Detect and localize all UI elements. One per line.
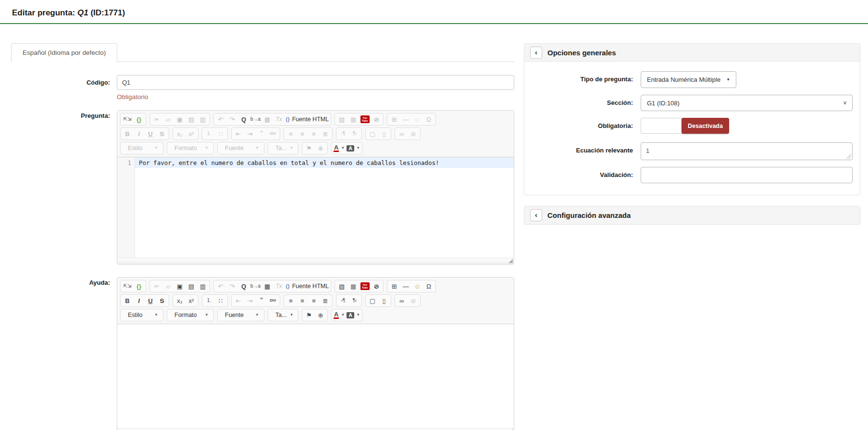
numbered-list-icon[interactable]: 1. [203, 295, 215, 306]
special-char-icon[interactable]: Ω [423, 114, 434, 125]
mandatory-toggle-empty-segment[interactable] [641, 118, 683, 134]
mandatory-toggle-off-button[interactable]: Desactivada [682, 118, 729, 134]
div-container-icon[interactable]: DIV [267, 128, 279, 139]
validation-input[interactable] [641, 167, 853, 183]
align-right-icon[interactable]: ≡ [308, 128, 320, 139]
relevance-equation-input[interactable]: 1 [641, 142, 853, 160]
paste-icon[interactable]: ▣ [174, 281, 186, 291]
resize-grip-icon[interactable] [508, 259, 513, 263]
style-combo[interactable]: Estilo▼ [122, 310, 162, 320]
table-icon[interactable]: ⊞ [388, 281, 400, 291]
redo-icon[interactable]: ↷ [226, 281, 238, 291]
paste-from-word-icon[interactable]: ▥ [197, 281, 209, 291]
background-color-icon[interactable]: A▼ [346, 143, 361, 153]
youtube-icon[interactable]: You Tube [359, 281, 371, 291]
numbered-list-icon[interactable]: 1. [203, 128, 215, 139]
underline-icon[interactable]: U [145, 295, 156, 306]
align-left-icon[interactable]: ≡ [285, 295, 297, 306]
format-combo[interactable]: Formato▼ [168, 143, 212, 153]
limesurvey-placeholder-icon[interactable]: {} [133, 114, 145, 125]
image-icon[interactable]: ▧ [336, 281, 347, 291]
text-direction-ltr-icon[interactable]: ›¶ [337, 128, 349, 139]
size-combo[interactable]: Ta...▼ [269, 310, 297, 320]
mandatory-toggle[interactable]: Desactivada [641, 118, 729, 134]
blockquote-icon[interactable]: ” [256, 295, 267, 306]
cut-icon[interactable]: ✂ [151, 281, 162, 291]
cut-icon[interactable]: ✂ [151, 114, 162, 125]
horizontal-rule-icon[interactable]: ― [400, 114, 411, 125]
source-button[interactable]: ⟨⟩Fuente HTML [285, 114, 330, 125]
select-all-icon[interactable]: ▦ [261, 114, 273, 125]
strikethrough-icon[interactable]: S [156, 128, 168, 139]
paste-icon[interactable]: ▣ [174, 114, 186, 125]
text-color-icon[interactable]: A▼ [333, 143, 346, 153]
remove-format-icon[interactable]: Tx [273, 114, 285, 125]
special-char-icon[interactable]: Ω [423, 281, 434, 291]
horizontal-rule-icon[interactable]: ― [400, 281, 411, 291]
paste-as-text-icon[interactable]: ▤ [186, 114, 197, 125]
globe-icon[interactable]: ⊕ [315, 143, 326, 153]
smiley-icon[interactable]: ☺ [411, 281, 423, 291]
background-color-icon[interactable]: A▼ [346, 310, 361, 320]
strikethrough-icon[interactable]: S [156, 295, 168, 306]
align-justify-icon[interactable]: ≣ [320, 295, 331, 306]
collapse-chevron-icon[interactable]: ‹ [530, 47, 542, 59]
page-break-icon[interactable]: ▯ [378, 128, 390, 139]
general-options-header[interactable]: ‹ Opciones generales [524, 44, 860, 62]
flash-icon[interactable]: ⊘ [371, 114, 382, 125]
pregunta-source-area[interactable]: 1 Por favor, entre el numero de caballos… [117, 157, 514, 258]
question-type-dropdown[interactable]: Entrada Numérica Múltiple ▼ [641, 71, 736, 88]
unlink-icon[interactable]: ⊘ [408, 295, 419, 306]
underline-icon[interactable]: U [145, 128, 156, 139]
blockquote-icon[interactable]: ” [256, 128, 267, 139]
text-direction-ltr-icon[interactable]: ›¶ [337, 295, 349, 306]
align-center-icon[interactable]: ≡ [297, 295, 308, 306]
align-right-icon[interactable]: ≡ [308, 295, 320, 306]
source-button[interactable]: ⟨⟩Fuente HTML [285, 281, 330, 291]
undo-icon[interactable]: ↶ [215, 281, 226, 291]
paste-as-text-icon[interactable]: ▤ [186, 281, 197, 291]
section-select[interactable]: G1 (ID:108) ∨ [641, 95, 853, 111]
redo-icon[interactable]: ↷ [226, 114, 238, 125]
flag-icon[interactable]: ⚑ [303, 143, 315, 153]
pregunta-source-text[interactable]: Por favor, entre el numero de caballos e… [135, 157, 514, 168]
outdent-icon[interactable]: ⇤ [233, 295, 244, 306]
bullet-list-icon[interactable]: ∷ [215, 128, 226, 139]
globe-icon[interactable]: ⊕ [315, 310, 326, 320]
templates-icon[interactable]: ▢ [367, 128, 378, 139]
font-combo[interactable]: Fuente▼ [219, 143, 263, 153]
copy-icon[interactable]: ▱ [162, 114, 174, 125]
superscript-icon[interactable]: x² [186, 128, 197, 139]
limesurvey-placeholder-icon[interactable]: {} [133, 281, 145, 291]
italic-icon[interactable]: I [133, 295, 145, 306]
div-container-icon[interactable]: DIV [267, 295, 279, 306]
text-direction-rtl-icon[interactable]: ¶‹ [349, 128, 360, 139]
bold-icon[interactable]: B [122, 128, 133, 139]
replace-icon[interactable]: b→a [249, 281, 261, 291]
align-justify-icon[interactable]: ≣ [320, 128, 331, 139]
maximize-icon[interactable]: ⇱⇲ [122, 281, 133, 291]
link-icon[interactable]: ∞ [396, 128, 408, 139]
font-combo[interactable]: Fuente▼ [219, 310, 263, 320]
style-combo[interactable]: Estilo▼ [122, 143, 162, 153]
undo-icon[interactable]: ↶ [215, 114, 226, 125]
flash-icon[interactable]: ⊘ [371, 281, 382, 291]
indent-icon[interactable]: ⇥ [244, 128, 256, 139]
media-icon[interactable]: ▦ [347, 281, 359, 291]
indent-icon[interactable]: ⇥ [244, 295, 256, 306]
find-icon[interactable]: Q [238, 281, 249, 291]
find-icon[interactable]: Q [238, 114, 249, 125]
superscript-icon[interactable]: x² [186, 295, 197, 306]
youtube-icon[interactable]: You Tube [359, 114, 371, 125]
ayuda-content-area[interactable] [117, 324, 514, 428]
bold-icon[interactable]: B [122, 295, 133, 306]
text-direction-rtl-icon[interactable]: ¶‹ [349, 295, 360, 306]
unlink-icon[interactable]: ⊘ [408, 128, 419, 139]
flag-icon[interactable]: ⚑ [303, 310, 315, 320]
remove-format-icon[interactable]: Tx [273, 281, 285, 291]
size-combo[interactable]: Ta...▼ [269, 143, 297, 153]
maximize-icon[interactable]: ⇱⇲ [122, 114, 133, 125]
link-icon[interactable]: ∞ [396, 295, 408, 306]
format-combo[interactable]: Formato▼ [168, 310, 212, 320]
image-icon[interactable]: ▧ [336, 114, 347, 125]
